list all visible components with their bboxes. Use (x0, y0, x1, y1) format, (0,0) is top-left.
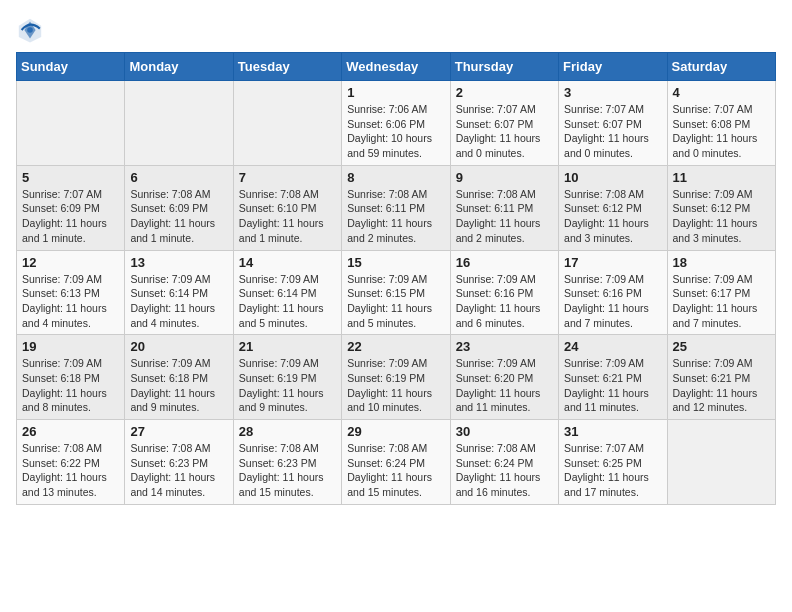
day-number: 21 (239, 339, 336, 354)
day-info: Sunrise: 7:08 AM Sunset: 6:22 PM Dayligh… (22, 441, 119, 500)
day-number: 18 (673, 255, 770, 270)
day-info: Sunrise: 7:09 AM Sunset: 6:18 PM Dayligh… (22, 356, 119, 415)
day-number: 15 (347, 255, 444, 270)
day-info: Sunrise: 7:09 AM Sunset: 6:16 PM Dayligh… (564, 272, 661, 331)
day-info: Sunrise: 7:09 AM Sunset: 6:14 PM Dayligh… (239, 272, 336, 331)
weekday-saturday: Saturday (667, 53, 775, 81)
calendar-cell: 2Sunrise: 7:07 AM Sunset: 6:07 PM Daylig… (450, 81, 558, 166)
calendar-cell: 12Sunrise: 7:09 AM Sunset: 6:13 PM Dayli… (17, 250, 125, 335)
day-info: Sunrise: 7:06 AM Sunset: 6:06 PM Dayligh… (347, 102, 444, 161)
calendar-cell: 5Sunrise: 7:07 AM Sunset: 6:09 PM Daylig… (17, 165, 125, 250)
day-info: Sunrise: 7:08 AM Sunset: 6:23 PM Dayligh… (130, 441, 227, 500)
day-info: Sunrise: 7:08 AM Sunset: 6:10 PM Dayligh… (239, 187, 336, 246)
calendar-table: SundayMondayTuesdayWednesdayThursdayFrid… (16, 52, 776, 505)
day-info: Sunrise: 7:08 AM Sunset: 6:23 PM Dayligh… (239, 441, 336, 500)
calendar-cell: 23Sunrise: 7:09 AM Sunset: 6:20 PM Dayli… (450, 335, 558, 420)
day-number: 1 (347, 85, 444, 100)
calendar-cell: 24Sunrise: 7:09 AM Sunset: 6:21 PM Dayli… (559, 335, 667, 420)
day-number: 27 (130, 424, 227, 439)
day-number: 4 (673, 85, 770, 100)
weekday-monday: Monday (125, 53, 233, 81)
calendar-cell (667, 420, 775, 505)
day-info: Sunrise: 7:09 AM Sunset: 6:20 PM Dayligh… (456, 356, 553, 415)
day-number: 10 (564, 170, 661, 185)
calendar-cell: 11Sunrise: 7:09 AM Sunset: 6:12 PM Dayli… (667, 165, 775, 250)
calendar-cell: 17Sunrise: 7:09 AM Sunset: 6:16 PM Dayli… (559, 250, 667, 335)
day-number: 13 (130, 255, 227, 270)
calendar-cell: 30Sunrise: 7:08 AM Sunset: 6:24 PM Dayli… (450, 420, 558, 505)
logo (16, 16, 48, 44)
day-info: Sunrise: 7:08 AM Sunset: 6:24 PM Dayligh… (347, 441, 444, 500)
day-info: Sunrise: 7:08 AM Sunset: 6:12 PM Dayligh… (564, 187, 661, 246)
calendar-cell: 1Sunrise: 7:06 AM Sunset: 6:06 PM Daylig… (342, 81, 450, 166)
calendar-cell: 3Sunrise: 7:07 AM Sunset: 6:07 PM Daylig… (559, 81, 667, 166)
weekday-friday: Friday (559, 53, 667, 81)
day-number: 2 (456, 85, 553, 100)
day-info: Sunrise: 7:09 AM Sunset: 6:19 PM Dayligh… (239, 356, 336, 415)
calendar-cell: 8Sunrise: 7:08 AM Sunset: 6:11 PM Daylig… (342, 165, 450, 250)
calendar-cell: 16Sunrise: 7:09 AM Sunset: 6:16 PM Dayli… (450, 250, 558, 335)
day-info: Sunrise: 7:09 AM Sunset: 6:15 PM Dayligh… (347, 272, 444, 331)
day-info: Sunrise: 7:09 AM Sunset: 6:14 PM Dayligh… (130, 272, 227, 331)
day-info: Sunrise: 7:09 AM Sunset: 6:19 PM Dayligh… (347, 356, 444, 415)
calendar-cell: 15Sunrise: 7:09 AM Sunset: 6:15 PM Dayli… (342, 250, 450, 335)
calendar-cell: 26Sunrise: 7:08 AM Sunset: 6:22 PM Dayli… (17, 420, 125, 505)
calendar-cell: 10Sunrise: 7:08 AM Sunset: 6:12 PM Dayli… (559, 165, 667, 250)
week-row-5: 26Sunrise: 7:08 AM Sunset: 6:22 PM Dayli… (17, 420, 776, 505)
calendar-cell: 29Sunrise: 7:08 AM Sunset: 6:24 PM Dayli… (342, 420, 450, 505)
calendar-cell: 20Sunrise: 7:09 AM Sunset: 6:18 PM Dayli… (125, 335, 233, 420)
week-row-2: 5Sunrise: 7:07 AM Sunset: 6:09 PM Daylig… (17, 165, 776, 250)
page-header (16, 16, 776, 44)
day-info: Sunrise: 7:07 AM Sunset: 6:07 PM Dayligh… (456, 102, 553, 161)
week-row-1: 1Sunrise: 7:06 AM Sunset: 6:06 PM Daylig… (17, 81, 776, 166)
day-info: Sunrise: 7:07 AM Sunset: 6:08 PM Dayligh… (673, 102, 770, 161)
weekday-wednesday: Wednesday (342, 53, 450, 81)
day-info: Sunrise: 7:09 AM Sunset: 6:13 PM Dayligh… (22, 272, 119, 331)
day-info: Sunrise: 7:08 AM Sunset: 6:24 PM Dayligh… (456, 441, 553, 500)
day-number: 16 (456, 255, 553, 270)
day-number: 17 (564, 255, 661, 270)
day-number: 31 (564, 424, 661, 439)
calendar-cell: 4Sunrise: 7:07 AM Sunset: 6:08 PM Daylig… (667, 81, 775, 166)
day-number: 3 (564, 85, 661, 100)
calendar-cell: 27Sunrise: 7:08 AM Sunset: 6:23 PM Dayli… (125, 420, 233, 505)
calendar-cell: 7Sunrise: 7:08 AM Sunset: 6:10 PM Daylig… (233, 165, 341, 250)
weekday-thursday: Thursday (450, 53, 558, 81)
day-number: 29 (347, 424, 444, 439)
calendar-cell: 31Sunrise: 7:07 AM Sunset: 6:25 PM Dayli… (559, 420, 667, 505)
day-info: Sunrise: 7:08 AM Sunset: 6:11 PM Dayligh… (456, 187, 553, 246)
day-info: Sunrise: 7:07 AM Sunset: 6:25 PM Dayligh… (564, 441, 661, 500)
day-number: 12 (22, 255, 119, 270)
weekday-row: SundayMondayTuesdayWednesdayThursdayFrid… (17, 53, 776, 81)
calendar-cell: 18Sunrise: 7:09 AM Sunset: 6:17 PM Dayli… (667, 250, 775, 335)
day-number: 7 (239, 170, 336, 185)
calendar-cell: 6Sunrise: 7:08 AM Sunset: 6:09 PM Daylig… (125, 165, 233, 250)
day-info: Sunrise: 7:07 AM Sunset: 6:09 PM Dayligh… (22, 187, 119, 246)
day-number: 14 (239, 255, 336, 270)
calendar-cell: 19Sunrise: 7:09 AM Sunset: 6:18 PM Dayli… (17, 335, 125, 420)
calendar-cell: 21Sunrise: 7:09 AM Sunset: 6:19 PM Dayli… (233, 335, 341, 420)
calendar-cell: 9Sunrise: 7:08 AM Sunset: 6:11 PM Daylig… (450, 165, 558, 250)
day-number: 9 (456, 170, 553, 185)
day-number: 23 (456, 339, 553, 354)
calendar-cell (125, 81, 233, 166)
calendar-cell: 25Sunrise: 7:09 AM Sunset: 6:21 PM Dayli… (667, 335, 775, 420)
day-number: 26 (22, 424, 119, 439)
day-number: 25 (673, 339, 770, 354)
logo-icon (16, 16, 44, 44)
week-row-4: 19Sunrise: 7:09 AM Sunset: 6:18 PM Dayli… (17, 335, 776, 420)
day-number: 22 (347, 339, 444, 354)
day-info: Sunrise: 7:07 AM Sunset: 6:07 PM Dayligh… (564, 102, 661, 161)
day-number: 28 (239, 424, 336, 439)
calendar-cell (233, 81, 341, 166)
calendar-cell (17, 81, 125, 166)
day-info: Sunrise: 7:08 AM Sunset: 6:09 PM Dayligh… (130, 187, 227, 246)
day-number: 30 (456, 424, 553, 439)
day-info: Sunrise: 7:08 AM Sunset: 6:11 PM Dayligh… (347, 187, 444, 246)
day-number: 24 (564, 339, 661, 354)
calendar-header: SundayMondayTuesdayWednesdayThursdayFrid… (17, 53, 776, 81)
day-info: Sunrise: 7:09 AM Sunset: 6:16 PM Dayligh… (456, 272, 553, 331)
calendar-cell: 28Sunrise: 7:08 AM Sunset: 6:23 PM Dayli… (233, 420, 341, 505)
calendar-cell: 13Sunrise: 7:09 AM Sunset: 6:14 PM Dayli… (125, 250, 233, 335)
day-info: Sunrise: 7:09 AM Sunset: 6:21 PM Dayligh… (564, 356, 661, 415)
